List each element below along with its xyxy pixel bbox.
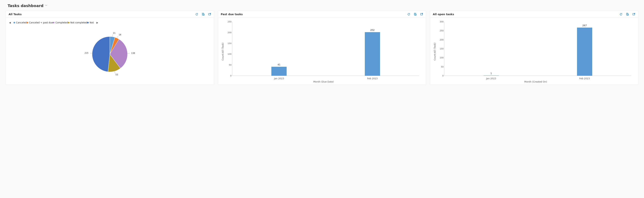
y-axis-label: Count:All (Task) <box>221 20 225 84</box>
y-tick-label: 50 <box>438 66 444 68</box>
y-tick-label: 0 <box>226 74 232 77</box>
bar[interactable]: 1 <box>484 76 499 76</box>
svg-line-6 <box>90 53 92 53</box>
y-tick-label: 250 <box>226 20 232 23</box>
expand-icon[interactable] <box>420 13 423 16</box>
x-tick-label: Feb 2023 <box>573 77 596 80</box>
bar[interactable]: 267 <box>577 28 592 76</box>
legend-item[interactable]: Not <box>87 21 94 24</box>
x-tick-label: Jan 2023 <box>268 77 290 80</box>
pie-data-label: 215 <box>85 52 88 54</box>
view-records-icon[interactable] <box>414 13 417 16</box>
page-title: Tasks dashboard <box>8 4 44 8</box>
legend-item[interactable]: Canceled + past due <box>27 21 53 24</box>
legend-next-icon[interactable]: ▶ <box>96 21 98 24</box>
y-tick-label: 50 <box>226 64 232 66</box>
y-axis-label: Count:All (Task) <box>433 20 437 84</box>
card-title: All Tasks <box>8 13 195 16</box>
bar[interactable]: 41 <box>272 67 286 76</box>
refresh-icon[interactable] <box>195 13 198 16</box>
pie-data-label: 53 <box>116 74 118 76</box>
legend-item[interactable]: Completed <box>53 21 68 24</box>
svg-line-4 <box>128 53 130 54</box>
pie-data-label: 138 <box>131 52 135 54</box>
y-tick-label: 300 <box>438 20 444 23</box>
card-title: All open tasks <box>433 13 620 16</box>
card-body: ◀ CanceledCanceled + past dueCompletedNo… <box>6 18 214 85</box>
legend-item[interactable]: Canceled <box>14 21 27 24</box>
x-axis-label: Month (Created On) <box>438 80 634 83</box>
legend-swatch <box>14 22 15 24</box>
bar-value-label: 267 <box>577 24 592 27</box>
legend-label: Canceled + past due <box>29 21 53 24</box>
legend-swatch <box>87 22 89 24</box>
y-tick-label: 100 <box>438 56 444 59</box>
refresh-icon[interactable] <box>407 13 410 16</box>
card-body: Count:All (Task) 05010015020025041Jan 20… <box>218 18 426 85</box>
card-toolbar <box>620 13 636 16</box>
svg-line-5 <box>114 71 115 74</box>
y-tick-label: 0 <box>438 74 444 77</box>
x-tick-label: Jan 2023 <box>480 77 502 80</box>
legend-label: Completed <box>56 21 68 24</box>
bar[interactable]: 202 <box>365 32 380 76</box>
pie-data-label: 21 <box>113 32 116 34</box>
y-tick-label: 150 <box>438 48 444 50</box>
legend-swatch <box>27 22 28 24</box>
card-past-due-tasks: Past due tasks Count:All (Task) <box>218 11 426 85</box>
expand-icon[interactable] <box>632 13 636 16</box>
svg-line-2 <box>112 34 113 36</box>
card-header: All Tasks <box>6 11 214 18</box>
dashboard-header[interactable]: Tasks dashboard ﹀ <box>6 4 638 8</box>
card-header: Past due tasks <box>218 11 426 18</box>
x-tick-label: Feb 2023 <box>361 77 384 80</box>
y-tick-label: 250 <box>438 30 444 32</box>
chevron-down-icon[interactable]: ﹀ <box>45 4 48 8</box>
bar-chart-open-tasks[interactable]: Count:All (Task) 0501001502002503001Jan … <box>433 20 636 84</box>
y-tick-label: 150 <box>226 42 232 44</box>
expand-icon[interactable] <box>208 13 211 16</box>
legend-item[interactable]: Not completed <box>68 21 87 24</box>
card-toolbar <box>195 13 211 16</box>
y-tick-label: 100 <box>226 53 232 55</box>
legend-label: Canceled <box>16 21 27 24</box>
card-body: Count:All (Task) 0501001502002503001Jan … <box>430 18 638 85</box>
pie-chart[interactable]: 211813853215 <box>8 25 211 84</box>
svg-line-3 <box>117 36 118 38</box>
bar-value-label: 202 <box>365 29 380 32</box>
card-all-open-tasks: All open tasks Count:All (Task) <box>430 11 638 85</box>
card-row: All Tasks ◀ CanceledCanceled + pas <box>6 11 638 85</box>
bar-value-label: 1 <box>484 72 499 75</box>
pie-slice[interactable] <box>92 36 110 72</box>
view-records-icon[interactable] <box>626 13 629 16</box>
card-header: All open tasks <box>430 11 638 18</box>
y-tick-label: 200 <box>438 38 444 41</box>
bar-chart-past-due[interactable]: Count:All (Task) 05010015020025041Jan 20… <box>221 20 424 84</box>
legend-label: Not completed <box>70 21 87 24</box>
refresh-icon[interactable] <box>620 13 622 16</box>
y-tick-label: 200 <box>226 31 232 34</box>
legend-swatch <box>68 22 70 24</box>
x-axis-label: Month (Due Date) <box>226 80 422 83</box>
view-records-icon[interactable] <box>202 13 205 16</box>
legend-prev-icon[interactable]: ◀ <box>8 21 11 24</box>
legend-label: Not <box>90 21 94 24</box>
bar-value-label: 41 <box>272 63 286 66</box>
card-all-tasks: All Tasks ◀ CanceledCanceled + pas <box>6 11 214 85</box>
pie-legend: ◀ CanceledCanceled + past dueCompletedNo… <box>8 20 211 25</box>
pie-data-label: 18 <box>119 33 122 36</box>
legend-swatch <box>53 22 54 24</box>
card-toolbar <box>407 13 423 16</box>
card-title: Past due tasks <box>221 13 408 16</box>
